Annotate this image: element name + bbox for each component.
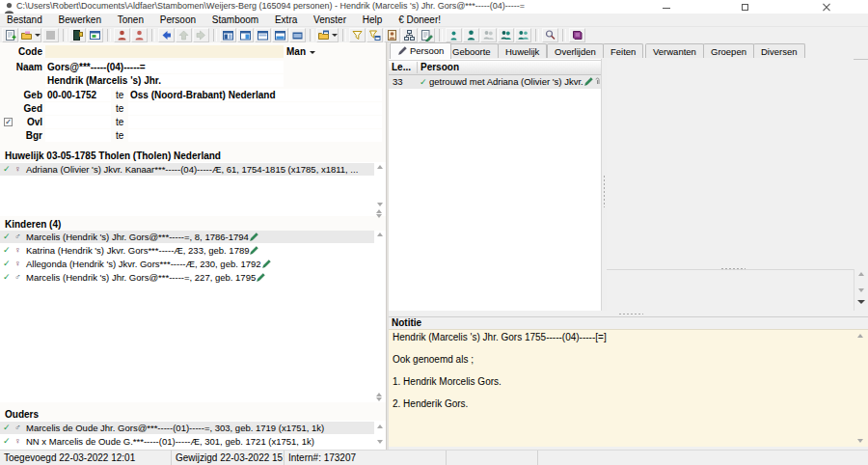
tab-geboorte[interactable]: Geboorte bbox=[445, 43, 499, 58]
tabbar: Persoon Geboorte Huwelijk Overlijden Fei… bbox=[389, 42, 868, 60]
couple-button[interactable] bbox=[515, 28, 531, 42]
bgr-date-input[interactable] bbox=[45, 129, 111, 142]
kind-row[interactable]: ✓ ♂ Marcelis (Hendrik 's) Jhr. Gors@***-… bbox=[0, 231, 374, 243]
menu-item-persoon[interactable]: Persoon bbox=[153, 14, 203, 26]
kind-row[interactable]: ✓ ♀ Allegonda (Hendrik 's) Jkvr. Gors***… bbox=[0, 258, 374, 270]
tab-persoon[interactable]: Persoon bbox=[390, 42, 451, 59]
menu-item-help[interactable]: Help bbox=[356, 14, 390, 26]
menu-item-tonen[interactable]: Tonen bbox=[111, 14, 150, 26]
partner-row[interactable]: ✓ ♀ Adriana (Olivier 's) Jkvr. Kanaar***… bbox=[0, 163, 374, 176]
tab-feiten[interactable]: Feiten bbox=[603, 43, 643, 58]
person-female-button[interactable] bbox=[131, 28, 148, 42]
ged-date-input[interactable] bbox=[45, 102, 111, 115]
person-male-button[interactable] bbox=[114, 28, 130, 42]
menu-item-venster[interactable]: Venster bbox=[307, 14, 353, 26]
filter-button[interactable] bbox=[349, 28, 366, 42]
scroll-up-icon[interactable] bbox=[377, 424, 383, 428]
section-resize-grip[interactable] bbox=[376, 209, 383, 218]
new-person-button[interactable] bbox=[2, 28, 18, 42]
persons-dark-button[interactable] bbox=[498, 28, 514, 42]
person-small-button[interactable] bbox=[446, 28, 462, 42]
backup-button[interactable] bbox=[69, 28, 86, 42]
ovl-place-input[interactable] bbox=[128, 116, 382, 128]
scroll-down-icon[interactable] bbox=[857, 439, 863, 443]
scroll-up-icon[interactable] bbox=[377, 165, 383, 169]
menu-item-bewerken[interactable]: Bewerken bbox=[51, 14, 107, 26]
kind-row[interactable]: ✓ ♂ Marcelis (Hendrik 's) Jhr. Gors@***-… bbox=[0, 271, 374, 284]
relations-chart-button[interactable] bbox=[401, 28, 418, 42]
edit-pencil-icon[interactable] bbox=[250, 245, 258, 257]
edit-pencil-icon[interactable] bbox=[257, 272, 265, 284]
geb-date-input[interactable]: 00-00-1752 bbox=[45, 89, 111, 101]
surname-input[interactable]: Gors@***-----(04)-----= bbox=[45, 61, 284, 73]
person-female-icon bbox=[133, 29, 146, 41]
window-detail-button[interactable] bbox=[272, 28, 288, 42]
code-input[interactable] bbox=[45, 45, 284, 58]
statusbar: Toegevoegd 22-03-2022 12:01 Gewijzigd 22… bbox=[0, 450, 868, 465]
column-leeftijd[interactable]: Le... bbox=[392, 61, 411, 74]
scroll-down-icon[interactable] bbox=[377, 203, 383, 206]
scroll-up-icon[interactable] bbox=[857, 334, 863, 338]
save-button[interactable] bbox=[42, 28, 59, 42]
report-edit-button[interactable] bbox=[419, 28, 435, 42]
filter-window-button[interactable] bbox=[366, 28, 383, 42]
maximize-button[interactable] bbox=[739, 2, 752, 13]
window-screen-button[interactable] bbox=[289, 28, 306, 42]
section-resize-grip[interactable] bbox=[376, 393, 383, 401]
bgr-place-input[interactable] bbox=[128, 129, 382, 142]
status-intern: Intern#: 173207 bbox=[285, 451, 447, 465]
person-button[interactable] bbox=[463, 28, 479, 42]
kind-text: Marcelis (Hendrik 's) Jhr. Gors@***-----… bbox=[26, 232, 249, 242]
persons-gray-button[interactable] bbox=[480, 28, 497, 42]
geb-place-input[interactable]: Oss (Noord-Brabant) Nederland bbox=[128, 89, 382, 101]
window-families-button[interactable] bbox=[237, 28, 254, 42]
minimize-button[interactable] bbox=[660, 2, 673, 13]
menu-item-extra[interactable]: Extra bbox=[268, 14, 304, 26]
chevron-down-icon[interactable] bbox=[857, 300, 865, 304]
menu-item-bestand[interactable]: Bestand bbox=[0, 14, 49, 26]
edit-pencil-icon[interactable] bbox=[250, 232, 258, 243]
tab-diversen[interactable]: Diversen bbox=[753, 43, 805, 58]
open-tree-button[interactable] bbox=[19, 28, 41, 42]
menu-item-stamboom[interactable]: Stamboom bbox=[205, 14, 265, 26]
column-divider[interactable] bbox=[417, 62, 418, 73]
folder-window-button[interactable] bbox=[316, 28, 339, 42]
save-icon bbox=[44, 29, 57, 41]
window-persons-button[interactable] bbox=[220, 28, 236, 42]
splitter-grip[interactable] bbox=[720, 267, 746, 271]
close-button[interactable] bbox=[820, 2, 833, 13]
menu-item-doneer[interactable]: € Doneer! bbox=[392, 14, 448, 26]
event-row[interactable]: 33 ✓ getrouwd met Adriana (Olivier 's) J… bbox=[389, 75, 601, 89]
scroll-down-icon[interactable] bbox=[858, 288, 864, 292]
tab-overlijden[interactable]: Overlijden bbox=[547, 43, 604, 58]
edit-pencil-icon[interactable] bbox=[584, 76, 593, 89]
portrait-button[interactable] bbox=[384, 28, 400, 42]
scroll-up-icon[interactable] bbox=[858, 272, 864, 276]
givenname-input[interactable]: Hendrik (Marcelis 's) Jhr. bbox=[45, 74, 284, 87]
back-button[interactable] bbox=[158, 28, 175, 42]
scroll-down-icon[interactable] bbox=[377, 440, 383, 444]
ouder-row[interactable]: ✓ ♀ NN x Marcelis de Oude G.***-----(01)… bbox=[0, 435, 374, 448]
male-icon: ♂ bbox=[14, 422, 21, 434]
window-list-button[interactable] bbox=[255, 28, 271, 42]
donate-book-button[interactable] bbox=[569, 28, 585, 42]
tab-groepen[interactable]: Groepen bbox=[703, 43, 754, 58]
gender-select[interactable]: Man bbox=[286, 45, 329, 58]
ouder-row[interactable]: ✓ ♂ Marcelis de Oude Jhr. Gors@***-----(… bbox=[0, 422, 374, 434]
notitie-textarea[interactable]: Hendrik (Marcelis 's) Jhr. Gors 1755----… bbox=[389, 329, 868, 447]
ged-place-input[interactable] bbox=[128, 102, 382, 115]
column-persoon[interactable]: Persoon bbox=[420, 61, 459, 74]
ovl-date-input[interactable] bbox=[45, 116, 111, 128]
filter-window-icon bbox=[368, 29, 381, 41]
scroll-up-icon[interactable] bbox=[377, 232, 383, 236]
kind-row[interactable]: ✓ ♀ Katrina (Hendrik 's) Jkvr. Gors***--… bbox=[0, 244, 374, 257]
partner-list: ✓ ♀ Adriana (Olivier 's) Jkvr. Kanaar***… bbox=[0, 162, 386, 216]
home-button[interactable] bbox=[176, 28, 192, 42]
tab-huwelijk[interactable]: Huwelijk bbox=[498, 43, 547, 58]
tab-verwanten[interactable]: Verwanten bbox=[645, 43, 704, 58]
forward-button[interactable] bbox=[193, 28, 209, 42]
restore-button[interactable] bbox=[87, 28, 103, 42]
notitie-splitter[interactable] bbox=[389, 311, 868, 317]
edit-pencil-icon[interactable] bbox=[262, 259, 271, 270]
search-button[interactable] bbox=[542, 28, 558, 42]
